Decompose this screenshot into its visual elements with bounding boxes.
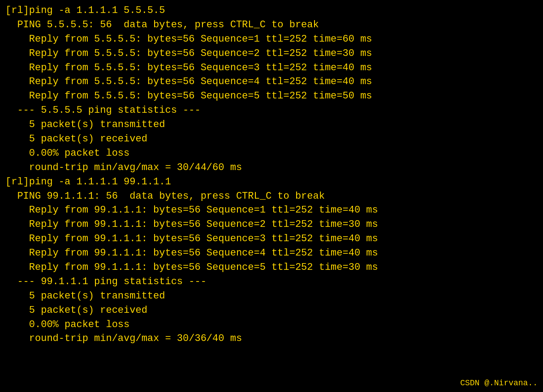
terminal-line: PING 5.5.5.5: 56 data bytes, press CTRL_… (5, 18, 538, 32)
terminal-line: Reply from 5.5.5.5: bytes=56 Sequence=4 … (5, 75, 538, 89)
terminal-line: 0.00% packet loss (5, 318, 538, 332)
terminal-line: [rl]ping -a 1.1.1.1 5.5.5.5 (5, 4, 538, 18)
watermark: CSDN @.Nirvana.. (460, 379, 538, 388)
terminal-line: PING 99.1.1.1: 56 data bytes, press CTRL… (5, 189, 538, 204)
terminal-output: [rl]ping -a 1.1.1.1 5.5.5.5 PING 5.5.5.5… (5, 4, 538, 346)
terminal-line: Reply from 99.1.1.1: bytes=56 Sequence=2… (5, 217, 538, 232)
terminal-line: Reply from 5.5.5.5: bytes=56 Sequence=3 … (5, 61, 538, 75)
terminal-line: round-trip min/avg/max = 30/36/40 ms (5, 332, 538, 346)
terminal-line: Reply from 5.5.5.5: bytes=56 Sequence=1 … (5, 32, 538, 47)
terminal-line: 5 packet(s) received (5, 303, 538, 318)
terminal-line: --- 5.5.5.5 ping statistics --- (5, 103, 538, 118)
terminal-line: 0.00% packet loss (5, 146, 538, 161)
terminal-line: Reply from 99.1.1.1: bytes=56 Sequence=5… (5, 260, 538, 275)
terminal-line: round-trip min/avg/max = 30/44/60 ms (5, 161, 538, 175)
terminal-line: [rl]ping -a 1.1.1.1 99.1.1.1 (5, 175, 538, 189)
terminal-line: Reply from 99.1.1.1: bytes=56 Sequence=4… (5, 246, 538, 260)
terminal-line: 5 packet(s) transmitted (5, 118, 538, 132)
terminal-line: Reply from 99.1.1.1: bytes=56 Sequence=1… (5, 203, 538, 217)
terminal-line: 5 packet(s) transmitted (5, 289, 538, 303)
terminal-line: Reply from 99.1.1.1: bytes=56 Sequence=3… (5, 232, 538, 246)
terminal-line: Reply from 5.5.5.5: bytes=56 Sequence=5 … (5, 89, 538, 103)
terminal-line: --- 99.1.1.1 ping statistics --- (5, 275, 538, 289)
terminal-line: Reply from 5.5.5.5: bytes=56 Sequence=2 … (5, 47, 538, 61)
terminal-line: 5 packet(s) received (5, 132, 538, 146)
